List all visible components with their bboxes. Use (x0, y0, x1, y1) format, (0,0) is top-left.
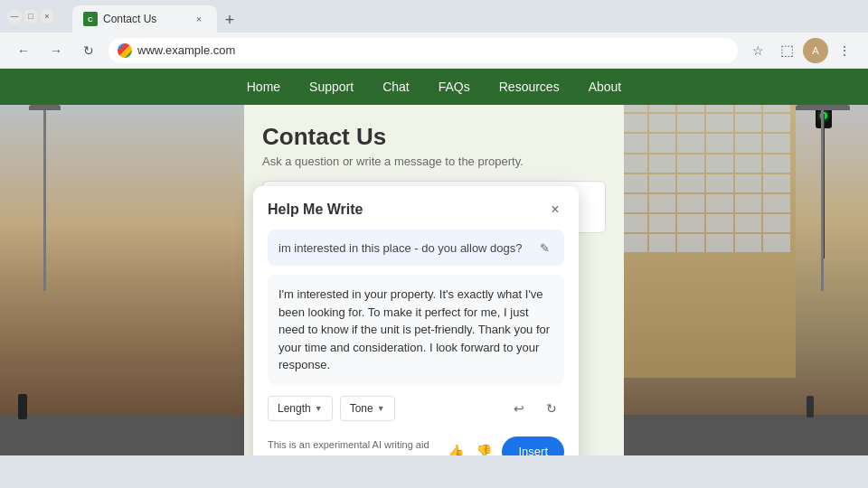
nav-chat[interactable]: Chat (379, 78, 413, 96)
tabs-bar: C Contact Us × + (65, 0, 861, 33)
maximize-button[interactable]: □ (24, 9, 38, 23)
popup-footer: This is an experimental AI writing aid a… (268, 432, 564, 456)
browser-actions: ☆ ⬚ A ⋮ (745, 38, 857, 63)
reload-button[interactable]: ↻ (76, 38, 101, 63)
input-preview-text: im interested in this place - do you all… (278, 241, 535, 255)
nav-home[interactable]: Home (243, 78, 284, 96)
pedestrian (18, 394, 27, 419)
popup-close-button[interactable]: × (546, 201, 564, 219)
refresh-button[interactable]: ↻ (539, 396, 564, 421)
url-text: www.example.com (137, 43, 235, 57)
nav-faqs[interactable]: FAQs (435, 78, 474, 96)
tab-favicon: C (83, 12, 98, 26)
new-tab-button[interactable]: + (217, 7, 242, 33)
insert-button[interactable]: Insert (502, 436, 564, 455)
address-bar[interactable]: www.example.com (108, 38, 738, 63)
length-dropdown[interactable]: Length ▼ (268, 396, 333, 421)
google-icon (118, 43, 132, 58)
popup-title: Help Me Write (268, 202, 363, 218)
extensions-button[interactable]: ⬚ (774, 38, 799, 63)
active-tab[interactable]: C Contact Us × (72, 5, 217, 33)
help-me-write-popup: Help Me Write × im interested in this pl… (253, 186, 579, 455)
nav-resources[interactable]: Resources (495, 78, 563, 96)
close-button[interactable]: × (40, 9, 54, 23)
browser-chrome: — □ × C Contact Us × + ← → ↻ www.example… (0, 0, 868, 69)
footer-actions: 👍 👎 Insert (446, 436, 564, 455)
profile-button[interactable]: A (803, 38, 828, 63)
nav-support[interactable]: Support (306, 78, 357, 96)
generated-text: I'm interested in your property. It's ex… (268, 275, 564, 385)
menu-button[interactable]: ⋮ (832, 38, 857, 63)
undo-button[interactable]: ↩ (506, 396, 532, 421)
controls-row: Length ▼ Tone ▼ ↩ ↻ (268, 396, 564, 421)
popup-header: Help Me Write × (268, 201, 564, 219)
streetlamp-right (796, 105, 850, 291)
thumbs-up-button[interactable]: 👍 (446, 442, 467, 455)
omnibox-bar: ← → ↻ www.example.com ☆ ⬚ A ⋮ (0, 33, 868, 69)
window-controls: — □ × (7, 9, 54, 23)
tone-dropdown-arrow: ▼ (377, 404, 385, 413)
tone-dropdown[interactable]: Tone ▼ (340, 396, 395, 421)
minimize-button[interactable]: — (7, 9, 22, 23)
left-background (0, 69, 253, 455)
tab-close-button[interactable]: × (192, 12, 206, 26)
nav-about[interactable]: About (585, 78, 626, 96)
bookmark-button[interactable]: ☆ (745, 38, 770, 63)
disclaimer-area: This is an experimental AI writing aid a… (268, 436, 446, 456)
input-preview: im interested in this place - do you all… (268, 230, 564, 266)
length-dropdown-arrow: ▼ (315, 404, 323, 413)
navigation-bar: Home Support Chat FAQs Resources About (0, 69, 868, 105)
thumbs-down-button[interactable]: 👎 (474, 442, 495, 455)
title-bar: — □ × C Contact Us × + (0, 0, 868, 33)
back-button[interactable]: ← (11, 38, 36, 63)
forward-button[interactable]: → (43, 38, 69, 63)
contact-title: Contact Us (262, 123, 606, 151)
tab-title: Contact Us (103, 13, 156, 25)
streetlamp-left (29, 105, 61, 291)
disclaimer-text: This is an experimental AI writing aid a… (268, 439, 446, 456)
page-wrapper: Home Support Chat FAQs Resources About C… (0, 69, 868, 455)
right-background (615, 69, 868, 455)
contact-subtitle: Ask a question or write a message to the… (262, 155, 606, 168)
edit-icon[interactable]: ✎ (535, 239, 553, 257)
person-right (807, 396, 814, 418)
